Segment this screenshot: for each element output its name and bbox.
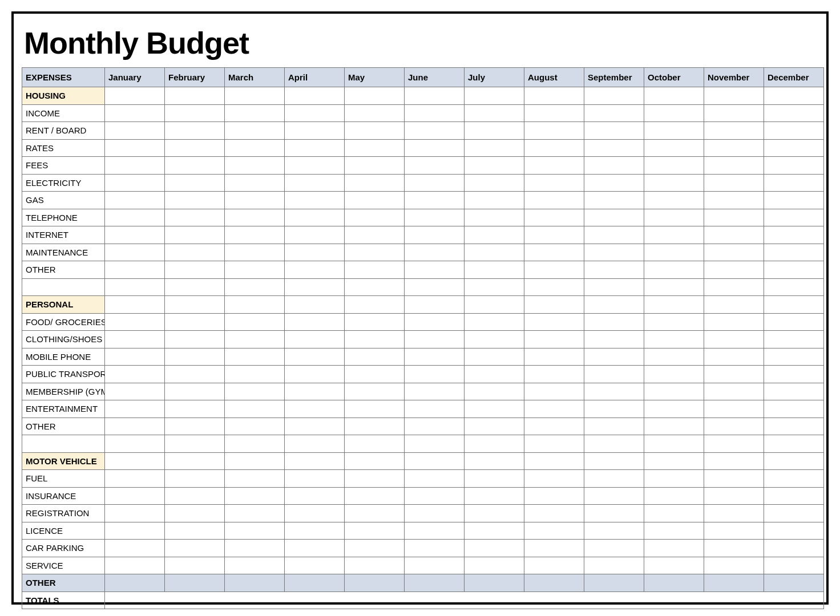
cell[interactable] bbox=[105, 209, 165, 226]
cell[interactable] bbox=[345, 104, 405, 122]
cell[interactable] bbox=[644, 331, 704, 348]
cell[interactable] bbox=[584, 139, 644, 157]
cell[interactable] bbox=[644, 209, 704, 226]
cell[interactable] bbox=[524, 574, 584, 592]
cell[interactable] bbox=[644, 244, 704, 261]
cell[interactable] bbox=[285, 557, 345, 574]
cell[interactable] bbox=[764, 278, 824, 296]
cell[interactable] bbox=[225, 244, 285, 261]
cell[interactable] bbox=[764, 139, 824, 157]
cell[interactable] bbox=[165, 418, 225, 435]
cell[interactable] bbox=[644, 122, 704, 140]
cell[interactable] bbox=[105, 261, 165, 279]
cell[interactable] bbox=[465, 505, 524, 522]
cell[interactable] bbox=[524, 157, 584, 175]
cell[interactable] bbox=[524, 313, 584, 331]
cell[interactable] bbox=[225, 505, 285, 522]
cell[interactable] bbox=[105, 104, 165, 122]
cell[interactable] bbox=[345, 487, 405, 505]
cell[interactable] bbox=[345, 435, 405, 453]
cell[interactable] bbox=[105, 366, 165, 383]
cell[interactable] bbox=[405, 574, 465, 592]
cell[interactable] bbox=[165, 366, 225, 383]
cell[interactable] bbox=[285, 540, 345, 557]
cell[interactable] bbox=[644, 192, 704, 209]
cell[interactable] bbox=[465, 574, 524, 592]
cell[interactable] bbox=[465, 522, 524, 540]
cell[interactable] bbox=[285, 574, 345, 592]
cell[interactable] bbox=[285, 226, 345, 244]
cell[interactable] bbox=[105, 87, 165, 105]
cell[interactable] bbox=[524, 122, 584, 140]
cell[interactable] bbox=[584, 192, 644, 209]
cell[interactable] bbox=[285, 87, 345, 105]
cell[interactable] bbox=[465, 261, 524, 279]
cell[interactable] bbox=[764, 418, 824, 435]
cell[interactable] bbox=[584, 261, 644, 279]
cell[interactable] bbox=[584, 366, 644, 383]
cell[interactable] bbox=[225, 540, 285, 557]
cell[interactable] bbox=[524, 104, 584, 122]
cell[interactable] bbox=[764, 244, 824, 261]
cell[interactable] bbox=[465, 104, 524, 122]
cell[interactable] bbox=[225, 87, 285, 105]
cell[interactable] bbox=[405, 400, 465, 418]
cell[interactable] bbox=[285, 470, 345, 488]
cell[interactable] bbox=[165, 487, 225, 505]
cell[interactable] bbox=[584, 557, 644, 574]
cell[interactable] bbox=[584, 522, 644, 540]
cell[interactable] bbox=[225, 261, 285, 279]
cell[interactable] bbox=[225, 226, 285, 244]
cell[interactable] bbox=[764, 540, 824, 557]
cell[interactable] bbox=[285, 157, 345, 175]
cell[interactable] bbox=[225, 574, 285, 592]
cell[interactable] bbox=[285, 331, 345, 348]
cell[interactable] bbox=[465, 400, 524, 418]
cell[interactable] bbox=[704, 139, 764, 157]
cell[interactable] bbox=[405, 139, 465, 157]
cell[interactable] bbox=[465, 366, 524, 383]
cell[interactable] bbox=[524, 418, 584, 435]
cell[interactable] bbox=[644, 487, 704, 505]
cell[interactable] bbox=[405, 348, 465, 366]
cell[interactable] bbox=[764, 296, 824, 314]
cell[interactable] bbox=[405, 261, 465, 279]
cell[interactable] bbox=[524, 296, 584, 314]
cell[interactable] bbox=[704, 522, 764, 540]
cell[interactable] bbox=[165, 452, 225, 470]
cell[interactable] bbox=[285, 174, 345, 192]
cell[interactable] bbox=[704, 557, 764, 574]
cell[interactable] bbox=[584, 157, 644, 175]
cell[interactable] bbox=[704, 418, 764, 435]
cell[interactable] bbox=[285, 366, 345, 383]
cell[interactable] bbox=[165, 557, 225, 574]
cell[interactable] bbox=[465, 487, 524, 505]
cell[interactable] bbox=[584, 104, 644, 122]
cell[interactable] bbox=[465, 192, 524, 209]
cell[interactable] bbox=[524, 331, 584, 348]
cell[interactable] bbox=[345, 452, 405, 470]
cell[interactable] bbox=[764, 348, 824, 366]
cell[interactable] bbox=[105, 574, 165, 592]
cell[interactable] bbox=[764, 157, 824, 175]
cell[interactable] bbox=[584, 487, 644, 505]
cell[interactable] bbox=[225, 192, 285, 209]
cell[interactable] bbox=[764, 331, 824, 348]
cell[interactable] bbox=[105, 331, 165, 348]
cell[interactable] bbox=[465, 226, 524, 244]
cell[interactable] bbox=[644, 104, 704, 122]
cell[interactable] bbox=[225, 522, 285, 540]
cell[interactable] bbox=[704, 348, 764, 366]
cell[interactable] bbox=[704, 261, 764, 279]
cell[interactable] bbox=[465, 452, 524, 470]
cell[interactable] bbox=[584, 452, 644, 470]
cell[interactable] bbox=[764, 174, 824, 192]
cell[interactable] bbox=[524, 261, 584, 279]
cell[interactable] bbox=[285, 418, 345, 435]
cell[interactable] bbox=[764, 470, 824, 488]
cell[interactable] bbox=[704, 540, 764, 557]
cell[interactable] bbox=[345, 278, 405, 296]
cell[interactable] bbox=[405, 209, 465, 226]
cell[interactable] bbox=[704, 192, 764, 209]
cell[interactable] bbox=[704, 435, 764, 453]
